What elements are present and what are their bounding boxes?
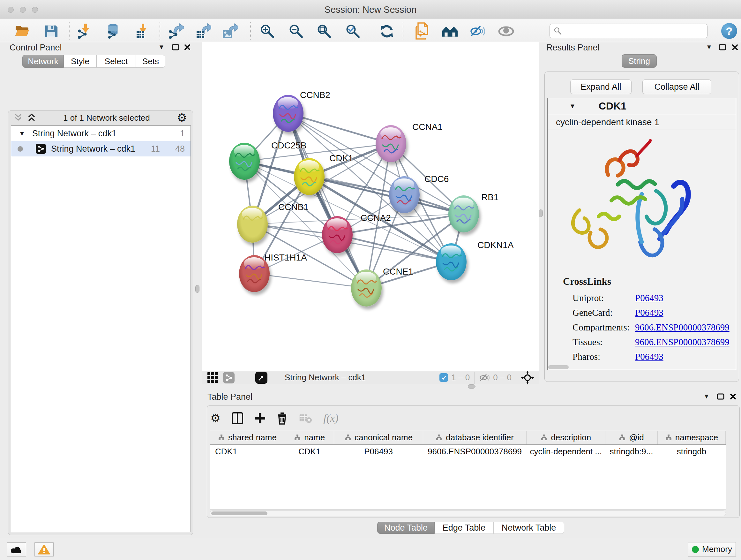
- add-column-icon[interactable]: [254, 413, 266, 424]
- table-cell[interactable]: cyclin-dependent ...: [527, 444, 605, 458]
- show-columns-icon[interactable]: [231, 412, 244, 425]
- network-node-CDC6[interactable]: [389, 176, 420, 213]
- selected-checkbox-icon[interactable]: [440, 373, 448, 382]
- network-canvas[interactable]: CCNB2CCNA1CDC25BCDK1CDC6RB1CCNB1CCNA2CDK…: [202, 42, 539, 371]
- control-panel-close-icon[interactable]: [184, 44, 191, 51]
- table-hscrollbar[interactable]: [210, 510, 726, 516]
- memory-button[interactable]: Memory: [688, 542, 736, 557]
- zoom-out-icon[interactable]: [288, 23, 305, 40]
- network-node-CCNA1[interactable]: [376, 125, 406, 162]
- column-header--id[interactable]: @id: [605, 431, 658, 444]
- fx-function-icon[interactable]: f(x): [323, 412, 338, 424]
- column-header-name[interactable]: name: [285, 431, 334, 444]
- import-network-database-icon[interactable]: [105, 23, 121, 40]
- tab-network[interactable]: Network: [22, 55, 64, 68]
- warnings-button[interactable]: [35, 543, 54, 557]
- table-cell[interactable]: P06493: [334, 444, 423, 458]
- home-icon[interactable]: [442, 23, 458, 40]
- import-network-file-icon[interactable]: [76, 23, 92, 40]
- tab-network-table[interactable]: Network Table: [493, 522, 564, 534]
- export-table-icon[interactable]: [195, 23, 211, 40]
- hidden-eye-icon[interactable]: [479, 373, 490, 383]
- network-node-CDC25B[interactable]: [229, 143, 260, 180]
- table-cell[interactable]: stringdb: [657, 444, 725, 458]
- network-node-CCNB2[interactable]: [273, 95, 304, 132]
- refresh-icon[interactable]: [379, 23, 395, 40]
- crosslink-link[interactable]: 9606.ENSP00000378699: [635, 337, 730, 348]
- crosslink-link[interactable]: 9606.ENSP00000378699: [635, 322, 730, 333]
- open-session-icon[interactable]: [14, 23, 30, 40]
- table-panel-float-icon[interactable]: [717, 393, 724, 400]
- table-row[interactable]: CDK1CDK1P064939606.ENSP00000378699cyclin…: [210, 444, 726, 458]
- expand-all-button[interactable]: Expand All: [570, 79, 631, 94]
- column-header-description[interactable]: description: [527, 431, 605, 444]
- control-panel-menu-icon[interactable]: ▼: [158, 44, 165, 51]
- show-eye-icon[interactable]: [498, 23, 515, 40]
- control-panel-float-icon[interactable]: [172, 44, 179, 51]
- results-panel-menu-icon[interactable]: ▼: [706, 44, 712, 51]
- table-panel-close-icon[interactable]: [730, 393, 737, 400]
- zoom-fit-icon[interactable]: [316, 23, 333, 40]
- network-node-RB1[interactable]: [448, 195, 479, 233]
- collapse-all-icon[interactable]: [13, 113, 23, 123]
- hide-glass-eye-icon[interactable]: [469, 23, 486, 40]
- export-network-icon[interactable]: [167, 23, 184, 40]
- network-collection-row[interactable]: ▼ String Network – cdk1 1: [11, 126, 191, 141]
- zoom-in-icon[interactable]: [259, 23, 276, 40]
- column-header-database-identifier[interactable]: database identifier: [423, 431, 527, 444]
- table-cell[interactable]: CDK1: [210, 444, 285, 458]
- expand-all-icon[interactable]: [27, 113, 37, 123]
- protein-structure-image: [560, 137, 701, 271]
- protein-collapse-icon[interactable]: ▼: [569, 103, 576, 110]
- zoom-selected-icon[interactable]: [345, 23, 361, 40]
- tab-sets[interactable]: Sets: [136, 55, 165, 68]
- left-splitter-handle[interactable]: [195, 285, 199, 293]
- crosslink-link[interactable]: P06493: [635, 307, 664, 318]
- network-node-CCNB1[interactable]: [237, 206, 268, 243]
- crosslink-link[interactable]: P06493: [635, 352, 664, 362]
- collection-expand-icon[interactable]: ▼: [19, 130, 25, 137]
- table-cell[interactable]: stringdb:9...: [605, 444, 658, 458]
- collapse-all-button[interactable]: Collapse All: [643, 79, 711, 94]
- column-header-canonical-name[interactable]: canonical name: [334, 431, 423, 444]
- network-node-CDKN1A[interactable]: [436, 243, 467, 280]
- network-node-CCNE1[interactable]: [351, 269, 382, 307]
- grid-view-icon[interactable]: [207, 372, 218, 383]
- network-node-CDK1[interactable]: [294, 158, 325, 195]
- results-hscroll-thumb[interactable]: [548, 365, 569, 369]
- tab-style[interactable]: Style: [64, 55, 96, 68]
- column-header-shared-name[interactable]: shared name: [210, 431, 285, 444]
- crosslink-link[interactable]: P06493: [635, 293, 664, 303]
- string-view-icon[interactable]: [223, 372, 234, 383]
- tab-edge-table[interactable]: Edge Table: [434, 522, 493, 534]
- export-image-icon[interactable]: [221, 23, 238, 40]
- network-row-selected[interactable]: String Network – cdk1 11 48: [11, 141, 191, 157]
- help-button[interactable]: ?: [721, 23, 737, 39]
- tab-select[interactable]: Select: [96, 55, 136, 68]
- table-panel-menu-icon[interactable]: ▼: [703, 393, 710, 400]
- table-cell[interactable]: CDK1: [285, 444, 334, 458]
- delete-table-icon[interactable]: [298, 413, 313, 424]
- string-import-file-icon[interactable]: [415, 23, 431, 40]
- network-edge[interactable]: [337, 235, 451, 262]
- import-table-icon[interactable]: [133, 23, 150, 40]
- cloud-button[interactable]: [7, 543, 26, 557]
- network-edge[interactable]: [254, 273, 366, 288]
- search-input[interactable]: [562, 26, 707, 36]
- save-session-icon[interactable]: [43, 23, 59, 40]
- detach-view-icon[interactable]: [255, 372, 267, 384]
- delete-column-icon[interactable]: [277, 412, 287, 425]
- node-label-CCNE1: CCNE1: [383, 266, 413, 277]
- results-panel-close-icon[interactable]: [731, 44, 738, 51]
- network-options-gear-icon[interactable]: ⚙: [177, 112, 187, 124]
- toolbar-search[interactable]: [549, 23, 708, 38]
- table-cell[interactable]: 9606.ENSP00000378699: [423, 444, 527, 458]
- tab-string[interactable]: String: [622, 54, 657, 68]
- protein-header[interactable]: ▼ CDK1: [548, 98, 736, 114]
- tab-node-table[interactable]: Node Table: [377, 522, 434, 534]
- network-node-CCNA2[interactable]: [322, 216, 353, 253]
- results-panel-float-icon[interactable]: [719, 44, 726, 51]
- birdseye-crosshair-icon[interactable]: [521, 371, 534, 384]
- column-header-namespace[interactable]: namespace: [657, 431, 725, 444]
- table-options-gear-icon[interactable]: ⚙: [210, 413, 220, 424]
